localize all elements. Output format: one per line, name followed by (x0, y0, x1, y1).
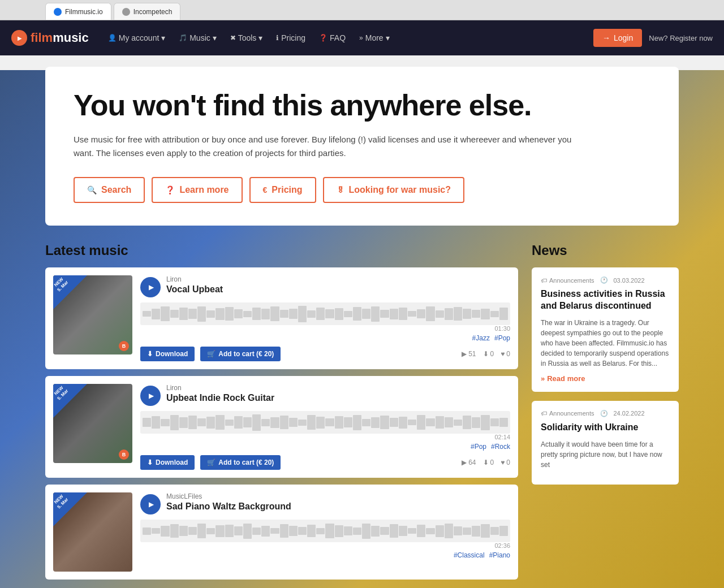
add-to-cart-button-1[interactable]: 🛒 Add to cart (€ 20) (200, 347, 281, 361)
main-row: Latest music NEW5. Mar B (45, 243, 679, 586)
track-artist-2: Liron (166, 384, 510, 392)
track-info-1: Liron Vocal Upbeat 01:30 #Jazz (140, 275, 510, 361)
content-area: You won't find this anywhere else. Use m… (0, 55, 724, 588)
logo-music: music (53, 31, 89, 45)
waveform-bars-1 (140, 302, 510, 325)
waveform-1[interactable] (140, 302, 510, 325)
clock-icon-1: 🕐 (600, 276, 608, 284)
learn-more-button[interactable]: ❓ Learn more (152, 177, 242, 203)
hero-buttons: 🔍 Search ❓ Learn more € Pricing 🎖 Lookin… (74, 177, 650, 203)
track-card: NEW5. Mar B Liron Vocal Upbeat (45, 267, 518, 369)
play-count-1: ▶ 51 (462, 350, 476, 358)
tab-icon-incompetech (122, 8, 130, 16)
euro-icon: € (263, 185, 268, 194)
nav-item-faq[interactable]: ❓ FAQ (313, 30, 351, 46)
tab-label-filmmusic: Filmmusic.io (65, 8, 103, 16)
page-wrapper: filmmusic 👤 My account ▾ 🎵 Music ▾ ✖ Too… (0, 20, 724, 588)
search-button[interactable]: 🔍 Search (74, 177, 145, 203)
nav-right: → Login New? Register now (593, 29, 713, 47)
tag-pop2[interactable]: #Pop (471, 443, 486, 451)
tag-jazz[interactable]: #Jazz (472, 334, 490, 342)
news-card-1: 🏷 Announcements 🕐 03.03.2022 Business ac… (532, 267, 679, 392)
nav-item-more[interactable]: » More ▾ (354, 30, 395, 46)
cart-icon-1: 🛒 (207, 350, 216, 358)
news-category-1: 🏷 Announcements (541, 277, 594, 284)
news-headline-1: Business activities in Russia and Belaru… (541, 288, 670, 312)
clock-icon-2: 🕐 (600, 410, 608, 417)
waveform-bars-3 (140, 520, 510, 542)
logo[interactable]: filmmusic (11, 30, 89, 46)
hero-description: Use music for free with attribution or b… (74, 133, 583, 160)
tag-rock[interactable]: #Rock (491, 443, 510, 451)
like-count-2: ♥ 0 (501, 459, 510, 466)
news-category-label-2: Announcements (549, 410, 594, 417)
waveform-3[interactable] (140, 520, 510, 542)
hero-title: You won't find this anywhere else. (74, 89, 650, 122)
news-card-2: 🏷 Announcements 🕐 24.02.2022 Solidarity … (532, 401, 679, 485)
track-actions-2: ⬇ Download 🛒 Add to cart (€ 20) ▶ 64 ⬇ 0… (140, 455, 510, 470)
download-label-2: Download (156, 459, 188, 466)
track-tags-3: #Classical #Piano (140, 551, 510, 559)
news-section: News 🏷 Announcements 🕐 03.03.2022 Busine… (532, 243, 679, 586)
logo-text: filmmusic (31, 31, 89, 45)
track-title-3: Sad Piano Waltz Background (166, 501, 510, 512)
read-more-1[interactable]: » Read more (541, 374, 670, 383)
add-to-cart-button-2[interactable]: 🛒 Add to cart (€ 20) (200, 455, 281, 470)
news-meta-1: 🏷 Announcements 🕐 03.03.2022 (541, 276, 670, 284)
track-actions-1: ⬇ Download 🛒 Add to cart (€ 20) ▶ 51 ⬇ 0… (140, 347, 510, 361)
play-count-2: ▶ 64 (462, 459, 476, 466)
track-thumbnail-2: NEW5. Mar B (53, 384, 132, 463)
learn-more-icon: ❓ (165, 185, 175, 194)
learn-more-label: Learn more (179, 185, 229, 195)
waveform-2[interactable] (140, 411, 510, 434)
nav-label-more: More ▾ (365, 33, 390, 42)
like-count-1: ♥ 0 (501, 350, 510, 358)
play-button-2[interactable] (140, 386, 161, 406)
download-button-1[interactable]: ⬇ Download (140, 347, 195, 361)
person-icon: 👤 (108, 34, 117, 42)
download-icon-2: ⬇ (147, 459, 153, 466)
tab-incompetech[interactable]: Incompetech (114, 3, 181, 20)
cart-icon-2: 🛒 (207, 459, 216, 466)
tab-icon-filmmusic (54, 8, 62, 16)
music-icon: 🎵 (179, 34, 187, 42)
download-icon: ⬇ (147, 350, 153, 358)
tag-classical[interactable]: #Classical (454, 551, 485, 559)
war-music-button[interactable]: 🎖 Looking for war music? (323, 177, 464, 203)
logo-film: film (31, 31, 53, 45)
logo-icon (11, 30, 27, 46)
track-tags-1: #Jazz #Pop (140, 334, 510, 342)
track-duration-1: 01:30 (140, 325, 510, 332)
new-badge-wrap-1: NEW5. Mar (53, 275, 87, 309)
tag-icon-1: 🏷 (541, 277, 547, 284)
login-button[interactable]: → Login (593, 29, 642, 47)
news-body-1: The war in Ukraine is a tragedy. Our dee… (541, 318, 670, 369)
tools-icon: ✖ (230, 34, 236, 42)
war-music-label: Looking for war music? (349, 185, 451, 195)
download-button-2[interactable]: ⬇ Download (140, 455, 195, 470)
nav-item-music[interactable]: 🎵 Music ▾ (173, 30, 222, 46)
track-stats-1: ▶ 51 ⬇ 0 ♥ 0 (462, 350, 510, 358)
hero-section: You won't find this anywhere else. Use m… (45, 67, 679, 226)
nav-item-myaccount[interactable]: 👤 My account ▾ (102, 30, 171, 46)
tag-piano[interactable]: #Piano (489, 551, 510, 559)
play-button-3[interactable] (140, 494, 161, 514)
nav-item-pricing[interactable]: ℹ Pricing (270, 30, 311, 46)
login-arrow-icon: → (602, 33, 610, 42)
track-title-2: Upbeat Indie Rock Guitar (166, 393, 510, 403)
login-label: Login (614, 33, 633, 42)
play-button-1[interactable] (140, 277, 161, 297)
nav-label-tools: Tools ▾ (238, 33, 263, 42)
tag-pop[interactable]: #Pop (494, 334, 510, 342)
nav-item-tools[interactable]: ✖ Tools ▾ (225, 30, 269, 46)
tab-filmmusic[interactable]: Filmmusic.io (45, 3, 111, 20)
music-section: Latest music NEW5. Mar B (45, 243, 518, 586)
pricing-button[interactable]: € Pricing (249, 177, 316, 203)
track-artist-3: MusicLFiles (166, 492, 510, 500)
track-play-row-3: MusicLFiles Sad Piano Waltz Background (140, 492, 510, 516)
news-meta-2: 🏷 Announcements 🕐 24.02.2022 (541, 410, 670, 417)
register-link[interactable]: New? Register now (649, 34, 713, 42)
new-badge-wrap-2: NEW5. Mar (53, 384, 87, 418)
tag-icon-2: 🏷 (541, 410, 547, 417)
track-title-1: Vocal Upbeat (166, 284, 510, 295)
